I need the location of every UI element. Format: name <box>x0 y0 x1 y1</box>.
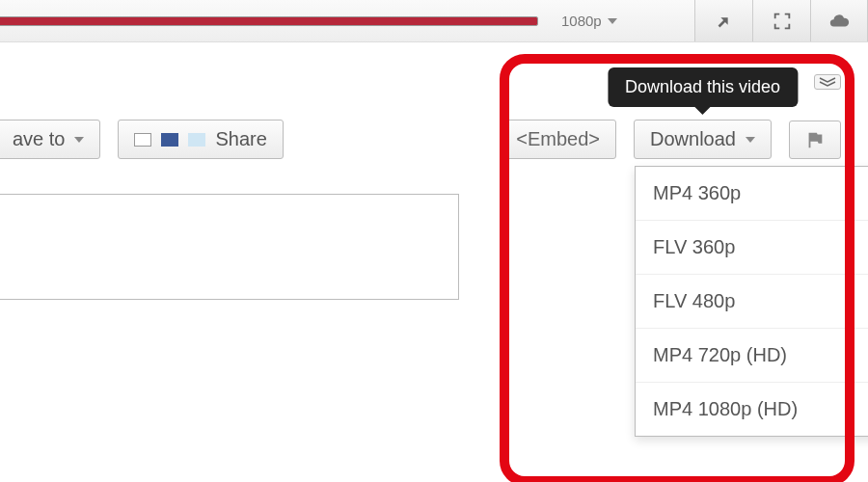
download-option-label: MP4 1080p (HD) <box>653 398 798 419</box>
download-label: Download <box>650 128 736 150</box>
fullscreen-icon <box>772 11 793 32</box>
actions-row: ave to Share <Embed> Download this video… <box>0 106 868 169</box>
quality-label: 1080p <box>561 13 602 29</box>
cloud-icon <box>828 11 850 32</box>
download-button[interactable]: Download this video Download MP4 360p FL… <box>634 120 772 159</box>
cloud-button[interactable] <box>810 0 868 41</box>
share-label: Share <box>215 128 266 150</box>
download-option[interactable]: MP4 720p (HD) <box>636 329 868 383</box>
flag-icon <box>804 129 826 150</box>
mail-icon <box>134 133 151 147</box>
collapse-right-button[interactable] <box>814 74 841 90</box>
double-chevron-down-icon <box>819 77 836 87</box>
facebook-icon <box>161 133 178 147</box>
download-option-label: MP4 720p (HD) <box>653 344 787 365</box>
embed-button[interactable]: <Embed> <box>500 120 616 159</box>
download-menu: MP4 360p FLV 360p FLV 480p MP4 720p (HD)… <box>635 166 868 437</box>
popout-button[interactable] <box>694 0 752 41</box>
twitter-icon <box>188 133 205 147</box>
tooltip-text: Download this video <box>625 77 780 96</box>
share-button[interactable]: Share <box>118 120 283 159</box>
save-to-label: ave to <box>13 128 65 150</box>
progress-fill <box>0 17 537 25</box>
comment-textarea[interactable] <box>0 194 459 300</box>
fullscreen-button[interactable] <box>752 0 810 41</box>
download-option-label: MP4 360p <box>653 182 741 203</box>
chevron-down-icon <box>74 137 84 143</box>
player-controls-row: 1080p <box>0 0 868 42</box>
popout-icon <box>714 11 735 32</box>
quality-selector[interactable]: 1080p <box>556 9 623 33</box>
chevron-down-icon <box>746 137 755 143</box>
download-option-label: FLV 360p <box>653 236 735 257</box>
download-option[interactable]: FLV 480p <box>636 275 868 329</box>
save-to-button[interactable]: ave to <box>0 120 100 159</box>
download-option-label: FLV 480p <box>653 290 735 311</box>
download-tooltip: Download this video <box>608 67 798 107</box>
chevron-down-icon <box>608 18 617 24</box>
flag-button[interactable] <box>789 120 841 159</box>
download-option[interactable]: MP4 1080p (HD) <box>636 383 868 436</box>
embed-label: <Embed> <box>516 128 600 150</box>
download-option[interactable]: FLV 360p <box>636 221 868 275</box>
player-right-controls <box>694 0 868 41</box>
progress-bar[interactable] <box>0 16 538 26</box>
download-option[interactable]: MP4 360p <box>636 167 868 221</box>
